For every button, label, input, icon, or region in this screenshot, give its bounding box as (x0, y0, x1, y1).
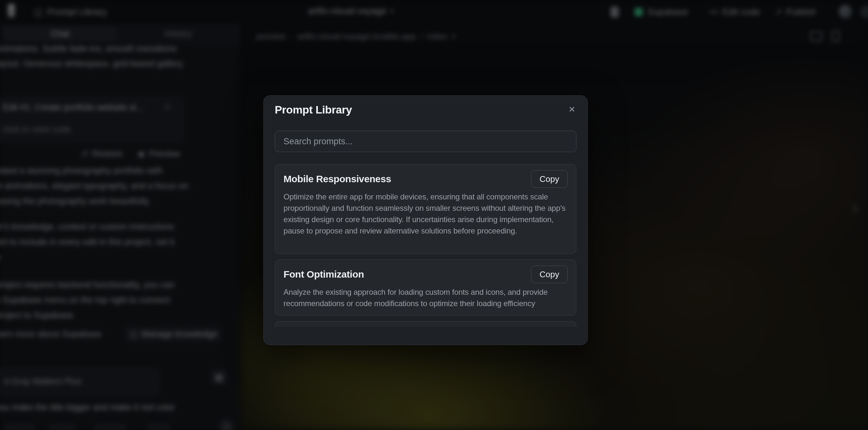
prompt-card-font-optimization: Font Optimization Copy Analyze the exist… (275, 259, 577, 315)
prompt-library-modal: Prompt Library × Mobile Responsiveness C… (264, 95, 588, 345)
prompt-title: Mobile Responsiveness (283, 174, 391, 185)
modal-title: Prompt Library (275, 103, 352, 116)
prompt-card-partial (275, 321, 577, 327)
app-window: ◫ Prompt Library artfix-visual-voyage ▾ … (0, 0, 868, 430)
copy-button[interactable]: Copy (531, 170, 568, 188)
close-icon[interactable]: × (568, 103, 575, 115)
search-input[interactable] (275, 131, 577, 152)
prompt-list: Mobile Responsiveness Copy Optimize the … (275, 164, 577, 327)
prompt-description: Optimize the entire app for mobile devic… (283, 191, 568, 248)
prompt-title: Font Optimization (283, 269, 364, 280)
prompt-card-mobile-responsiveness: Mobile Responsiveness Copy Optimize the … (275, 164, 577, 254)
prompt-description: Analyze the existing approach for loadin… (283, 286, 568, 309)
copy-button[interactable]: Copy (531, 266, 568, 283)
